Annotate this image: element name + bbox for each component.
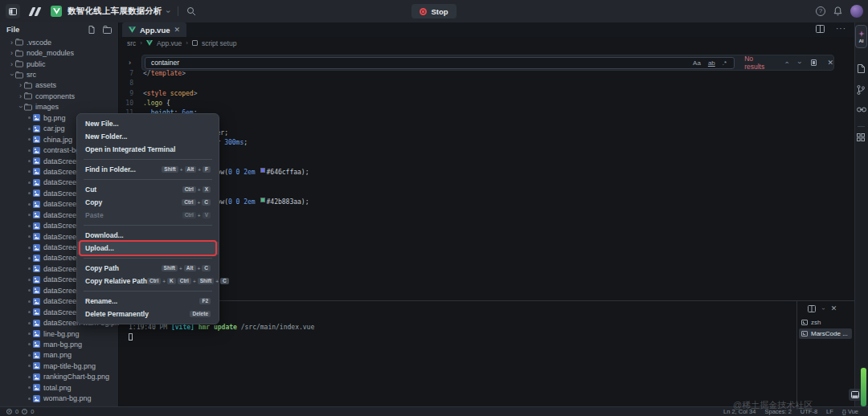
key-glyph: Alt — [185, 166, 197, 173]
modified-dot — [28, 214, 31, 216]
next-match-icon[interactable]: › — [795, 62, 803, 64]
key-glyph: + — [198, 213, 201, 218]
menu-item-new-file[interactable]: New File... — [77, 117, 219, 130]
folder-icon — [15, 71, 23, 79]
find-in-selection-icon[interactable] — [811, 59, 817, 66]
code-editor[interactable]: 7</template>89<style scoped>10.logo {11 … — [119, 69, 854, 228]
key-glyph: Delete — [190, 311, 211, 318]
close-panel-icon[interactable]: ✕ — [831, 305, 837, 312]
key-glyph: C — [202, 265, 211, 272]
code-line: 8 — [119, 79, 854, 88]
menu-item-label: Cut — [85, 186, 182, 194]
modified-dot — [28, 267, 31, 270]
menu-item-paste[interactable]: PasteCtrl+V — [77, 209, 219, 222]
close-tab-icon[interactable]: ✕ — [174, 27, 180, 34]
user-avatar[interactable] — [850, 5, 863, 18]
code-token: ; — [244, 138, 248, 148]
project-chevron-down-icon[interactable]: › — [164, 10, 173, 12]
modified-dot — [28, 332, 31, 335]
tree-item-assets[interactable]: ›assets — [0, 80, 119, 91]
tree-item-node-modules[interactable]: ›node_modules — [0, 47, 119, 58]
close-find-icon[interactable]: ✕ — [827, 59, 833, 67]
key-glyph: C — [220, 278, 229, 285]
breadcrumb-symbol[interactable]: script setup — [202, 39, 236, 47]
tree-item-src[interactable]: ›src — [0, 69, 119, 80]
toggle-sidebar-icon[interactable] — [6, 4, 20, 18]
tree-item-man-bg-png[interactable]: man-bg.png — [0, 339, 119, 349]
code-token: > — [194, 89, 198, 99]
tree-item-public[interactable]: ›public — [0, 59, 119, 69]
new-folder-icon[interactable] — [103, 26, 112, 34]
tree-item-label: bg.png — [43, 114, 66, 122]
menu-item-download[interactable]: Download... — [77, 229, 219, 242]
tree-item-rankingchart-bg-png[interactable]: rankingChart-bg.png — [0, 372, 119, 382]
tree-item--vscode[interactable]: ›.vscode — [0, 37, 119, 47]
key-glyph: + — [179, 266, 182, 271]
search-icon[interactable] — [186, 6, 196, 16]
more-actions-icon[interactable]: ··· — [836, 24, 846, 33]
split-editor-icon[interactable] — [816, 25, 825, 33]
modified-dot — [28, 225, 31, 227]
breadcrumb-file[interactable]: App.vue — [157, 39, 182, 47]
menu-item-label: Paste — [85, 211, 182, 219]
git-branch-icon[interactable] — [857, 85, 865, 95]
split-terminal-icon[interactable] — [808, 305, 816, 312]
key-glyph: Shift — [198, 278, 214, 285]
status-segment--vue[interactable]: {} Vue — [842, 408, 858, 415]
tree-item-line-bg-png[interactable]: line-bg.png — [0, 328, 119, 339]
extensions-grid-icon[interactable] — [857, 133, 865, 141]
status-segment-lf[interactable]: LF — [826, 408, 833, 415]
breadcrumb-src[interactable]: src — [127, 39, 136, 47]
new-file-icon[interactable] — [88, 26, 96, 34]
code-line: 19.logo.vue:hover { — [119, 188, 854, 198]
tree-item-components[interactable]: ›components — [0, 91, 119, 101]
menu-item-copy-relative-path[interactable]: Copy Relative PathCtrl+KCtrl+Shift+C — [77, 275, 219, 288]
image-file-icon — [33, 352, 40, 359]
modified-dot — [28, 160, 31, 162]
project-title[interactable]: 数智化线上车展数据分析 — [68, 6, 162, 17]
menu-item-label: Copy Path — [85, 264, 162, 272]
tree-item-label: car.jpg — [43, 124, 65, 133]
menu-item-delete-permanently[interactable]: Delete PermanentlyDelete — [77, 308, 219, 320]
menu-separator — [84, 225, 212, 226]
code-token: scoped — [170, 89, 194, 99]
menu-item-copy-path[interactable]: Copy PathShift+Alt+C — [77, 262, 219, 275]
menu-item-rename[interactable]: Rename...F2 — [77, 295, 219, 308]
previous-match-icon[interactable]: › — [782, 62, 790, 64]
tab-app-vue[interactable]: App.vue ✕ — [122, 22, 186, 37]
menu-item-upload[interactable]: Upload... — [77, 242, 219, 255]
toggle-panel-button[interactable] — [849, 389, 862, 401]
tree-item-woman-bg-png[interactable]: woman-bg.png — [0, 393, 119, 403]
problems-indicator[interactable]: ✕ 0 ! 0 — [6, 408, 34, 415]
tree-item-map-title-bg-png[interactable]: map-title-bg.png — [0, 361, 119, 371]
menu-item-open-in-integrated-terminal[interactable]: Open in Integrated Terminal — [77, 143, 219, 156]
key-glyph: F — [203, 166, 211, 173]
menu-item-copy[interactable]: CopyCtrl+C — [77, 196, 219, 209]
menu-item-new-folder[interactable]: New Folder... — [77, 130, 219, 143]
image-file-icon — [33, 330, 40, 337]
terminal-tab-marscode-[interactable]: MarsCode ... — [799, 328, 852, 339]
find-input[interactable]: container Aa ab .* — [145, 57, 735, 69]
tree-item-total-png[interactable]: total.png — [0, 382, 119, 393]
find-results-status: No results — [744, 55, 774, 71]
match-case-icon[interactable]: Aa — [693, 59, 701, 67]
tree-item-images[interactable]: ›images — [0, 102, 119, 112]
menu-item-find-in-folder[interactable]: Find in Folder...Shift+Alt+F — [77, 163, 219, 176]
warning-icon: ! — [22, 409, 27, 414]
terminal-icon — [801, 331, 808, 336]
link-icon[interactable] — [857, 106, 866, 113]
terminal-panel[interactable]: 1:19:40 PM [vite] hmr update /src/main/i… — [119, 301, 796, 406]
docs-icon[interactable] — [857, 64, 866, 73]
help-icon[interactable]: ? — [816, 6, 825, 16]
color-swatch — [260, 198, 265, 202]
ai-assistant-button[interactable]: AI — [855, 25, 867, 48]
split-terminal-chevron-icon[interactable]: › — [820, 308, 827, 310]
regex-icon[interactable]: .* — [723, 59, 727, 67]
tree-item-man-png[interactable]: man.png — [0, 350, 119, 361]
find-expand-chevron-icon[interactable]: › — [129, 59, 131, 67]
terminal-tab-zsh[interactable]: zsh — [799, 317, 852, 328]
notifications-bell-icon[interactable] — [833, 6, 842, 16]
menu-item-cut[interactable]: CutCtrl+X — [77, 183, 219, 196]
stop-button[interactable]: Stop — [411, 4, 457, 18]
whole-word-icon[interactable]: ab — [708, 59, 715, 67]
